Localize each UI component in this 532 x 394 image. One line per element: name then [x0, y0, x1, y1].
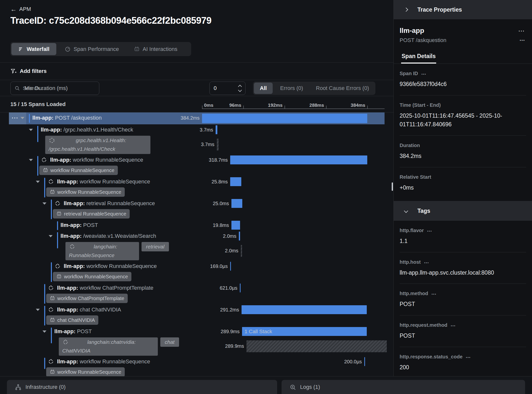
- span-label[interactable]: llm-app: POST: [54, 326, 92, 337]
- operation-tooltip: langchain: RunnableSequence: [65, 242, 139, 260]
- service-menu-icon[interactable]: ⋯: [518, 27, 525, 35]
- min-duration-input-box[interactable]: [209, 82, 246, 95]
- waterfall-span-row[interactable]: llm-app: workflow RunnableSequence318.7m…: [0, 154, 393, 176]
- filter-plus-icon: [10, 68, 17, 74]
- collapse-caret-icon[interactable]: [29, 129, 33, 131]
- call-stack-badge[interactable]: 1 Call Stack: [242, 327, 367, 336]
- span-label[interactable]: llm-app: workflow ChatPromptTemplate: [57, 283, 153, 293]
- stepper-down-icon[interactable]: [238, 88, 242, 92]
- span-bar[interactable]: [240, 284, 241, 292]
- span-label[interactable]: llm-app: workflow RunnableSequence: [57, 176, 150, 187]
- waterfall-span-row[interactable]: llm-app: /grpc.health.v1.Health/Check3.7…: [0, 124, 393, 135]
- infrastructure-button[interactable]: Infrastructure (0): [7, 380, 277, 394]
- waterfall-span-row[interactable]: llm-app: chat ChatNVIDIA291.2mschat Chat…: [0, 304, 393, 326]
- span-bar[interactable]: [242, 305, 367, 314]
- operation-chip[interactable]: workflow RunnableSequence: [39, 166, 118, 175]
- collapse-panel-icon[interactable]: [404, 8, 408, 12]
- number-stepper[interactable]: [239, 85, 241, 91]
- span-label[interactable]: llm-app: /weaviate.v1.Weaviate/Search: [61, 231, 156, 241]
- time-axis-baseline: [202, 109, 385, 109]
- waterfall-span-row[interactable]: llm-app: /weaviate.v1.Weaviate/Search2.0…: [0, 231, 393, 241]
- span-bar[interactable]: [230, 177, 241, 186]
- span-label[interactable]: llm-app: POST /askquestion: [32, 112, 102, 123]
- field-menu-icon[interactable]: •••: [466, 355, 471, 359]
- tab-span-details[interactable]: Span Details: [401, 50, 436, 64]
- langchain-diamond-icon: [48, 178, 54, 185]
- collapse-caret-icon[interactable]: [42, 202, 46, 205]
- min-duration-input[interactable]: [214, 85, 231, 91]
- waterfall-span-row[interactable]: llm-app: workflow RunnableSequence25.8ms…: [0, 176, 393, 198]
- span-label[interactable]: llm-app: retrieval RunnableSequence: [64, 198, 155, 209]
- waterfall-operation-tooltip-row[interactable]: langchain:chatnvidia: ChatNVIDIAchat289.…: [0, 337, 393, 356]
- span-bar[interactable]: [364, 357, 365, 366]
- main-area: ← APM TraceID: c75c208d368b094e566c22f2b…: [0, 0, 393, 376]
- collapse-caret-icon[interactable]: [36, 181, 40, 183]
- span-label[interactable]: llm-app: POST: [61, 220, 98, 231]
- field-menu-icon[interactable]: •••: [421, 72, 426, 76]
- span-duration: 289.9ms: [180, 326, 240, 337]
- logs-button[interactable]: Logs (1): [282, 380, 525, 394]
- segment-root-cause-errors[interactable]: Root Cause Errors (0): [309, 82, 375, 95]
- add-filters-button[interactable]: Add filters: [10, 63, 47, 80]
- field-menu-icon[interactable]: •••: [451, 324, 456, 328]
- tab-span-performance[interactable]: Span Performance: [57, 42, 126, 56]
- tab-waterfall[interactable]: Waterfall: [11, 43, 56, 55]
- field-menu-icon[interactable]: •••: [424, 261, 429, 264]
- panel-resize-handle[interactable]: [392, 182, 393, 191]
- waterfall-span-row[interactable]: llm-app: workflow RunnableSequence169.0µ…: [0, 261, 393, 283]
- stepper-up-icon[interactable]: [238, 85, 242, 88]
- span-bar[interactable]: [239, 232, 240, 241]
- operation-chip[interactable]: workflow RunnableSequence: [46, 367, 125, 376]
- span-label[interactable]: llm-app: chat ChatNVIDIA: [57, 304, 121, 315]
- waterfall-icon: [18, 46, 24, 52]
- field-menu-icon[interactable]: •••: [432, 292, 437, 296]
- more-options-icon[interactable]: ⋯: [11, 112, 19, 124]
- span-label[interactable]: llm-app: workflow RunnableSequence: [64, 261, 157, 272]
- waterfall-operation-tooltip-row[interactable]: langchain: RunnableSequenceretrieval2.0m…: [0, 241, 393, 261]
- span-label[interactable]: llm-app: /grpc.health.v1.Health/Check: [41, 124, 133, 135]
- operation-chip[interactable]: workflow RunnableSequence: [53, 272, 131, 281]
- spans-loaded-count: 15 / 15 Spans Loaded: [10, 96, 66, 112]
- axis-tick-label: 384ms: [351, 103, 365, 108]
- panel-title: Trace Properties: [417, 6, 462, 13]
- segment-errors[interactable]: Errors (0): [274, 82, 309, 95]
- waterfall-span-row[interactable]: llm-app: POST289.9ms1 Call Stack: [0, 326, 393, 337]
- operation-chip[interactable]: workflow RunnableSequence: [46, 187, 125, 197]
- panel-tabs: Span Details: [394, 50, 532, 64]
- collapse-caret-icon[interactable]: [36, 309, 40, 311]
- segment-all[interactable]: All: [254, 83, 273, 94]
- waterfall-span-row[interactable]: ⋯llm-app: POST /askquestion384.2ms: [0, 112, 393, 124]
- tags-section-header[interactable]: Tags: [394, 201, 532, 221]
- operation-chip[interactable]: chat ChatNVIDIA: [46, 315, 98, 325]
- span-bar[interactable]: [230, 155, 367, 164]
- operation-chip[interactable]: retrieval RunnableSequence: [53, 209, 130, 219]
- waterfall-span-row[interactable]: llm-app: retrieval RunnableSequence25.0m…: [0, 198, 393, 220]
- tab-ai-interactions[interactable]: AI Interactions: [126, 42, 185, 56]
- back-to-apm-link[interactable]: ← APM: [10, 6, 31, 12]
- span-bar[interactable]: [216, 125, 217, 134]
- span-label[interactable]: llm-app: workflow RunnableSequence: [57, 356, 150, 367]
- span-bar[interactable]: [230, 262, 231, 271]
- span-bar[interactable]: [202, 114, 367, 123]
- panel-field: http.response.status_code••• 200: [400, 347, 526, 379]
- waterfall-span-row[interactable]: llm-app: workflow ChatPromptTemplate621.…: [0, 283, 393, 304]
- collapse-caret-icon[interactable]: [20, 117, 24, 119]
- operation-robot-icon: [50, 189, 55, 195]
- span-bar[interactable]: 1 Call Stack: [242, 327, 367, 336]
- operation-tooltip: grpc.health.v1.Health: /grpc.health.v1.H…: [45, 136, 150, 154]
- waterfall-span-row[interactable]: llm-app: POST19.8ms: [0, 220, 393, 231]
- span-bar[interactable]: [231, 221, 240, 230]
- collapse-caret-icon[interactable]: [42, 330, 46, 333]
- field-value: 1.1: [400, 237, 526, 246]
- endpoint-menu-icon[interactable]: •••: [520, 38, 525, 42]
- span-label[interactable]: llm-app: workflow RunnableSequence: [50, 154, 143, 165]
- field-menu-icon[interactable]: •••: [427, 229, 432, 233]
- collapse-caret-icon[interactable]: [29, 159, 33, 161]
- operation-chip[interactable]: workflow ChatPromptTemplate: [46, 294, 128, 303]
- waterfall-span-row[interactable]: llm-app: workflow RunnableSequence200.0µ…: [0, 356, 393, 376]
- collapse-caret-icon[interactable]: [49, 235, 53, 237]
- panel-field: http.host••• llm-app.llm-app.svc.cluster…: [400, 252, 526, 284]
- waterfall-operation-tooltip-row[interactable]: grpc.health.v1.Health: /grpc.health.v1.H…: [0, 135, 393, 154]
- span-bar[interactable]: [231, 199, 242, 208]
- panel-field: http.request.method••• POST: [400, 315, 526, 347]
